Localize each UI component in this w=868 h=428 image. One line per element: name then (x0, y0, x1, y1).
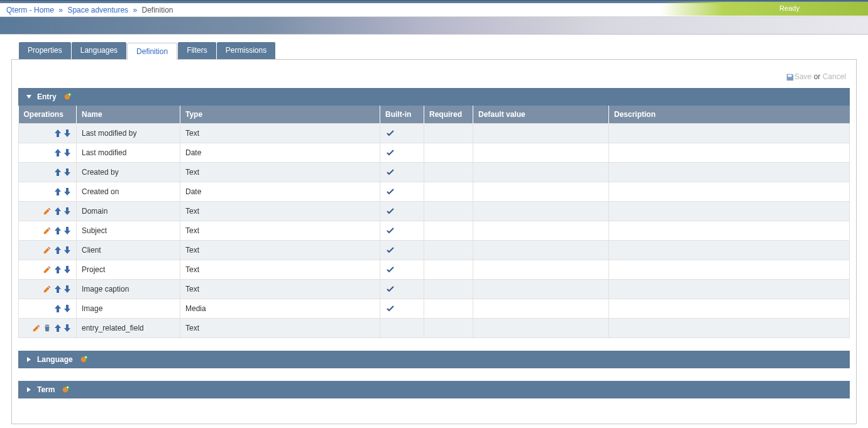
edit-icon[interactable] (43, 285, 52, 294)
cell-required (424, 162, 473, 182)
collapse-icon[interactable] (26, 94, 32, 100)
move-down-icon[interactable] (63, 304, 71, 313)
tab-permissions[interactable]: Permissions (217, 42, 275, 59)
save-button[interactable]: Save (794, 72, 811, 81)
cell-name: Created by (77, 162, 180, 182)
cell-default (473, 318, 609, 337)
breadcrumb-home[interactable]: Qterm - Home (6, 6, 54, 14)
row-operations (19, 318, 77, 337)
check-icon (385, 245, 419, 255)
move-down-icon[interactable] (63, 285, 71, 294)
check-icon (385, 167, 419, 177)
cancel-button[interactable]: Cancel (823, 72, 846, 81)
cell-default (473, 221, 609, 240)
move-up-icon[interactable] (54, 226, 62, 235)
cell-type: Text (180, 240, 380, 260)
edit-icon[interactable] (32, 324, 41, 332)
section-header-language[interactable]: Language (18, 351, 850, 368)
row-operations (19, 201, 77, 221)
move-up-icon[interactable] (54, 304, 62, 313)
cell-description (609, 240, 850, 260)
cell-name: Client (77, 240, 180, 260)
move-down-icon[interactable] (63, 187, 71, 196)
move-down-icon[interactable] (63, 265, 71, 274)
table-row: DomainText (19, 201, 850, 221)
move-up-icon (54, 129, 62, 138)
delete-icon[interactable] (43, 324, 52, 332)
move-up-icon[interactable] (54, 265, 62, 274)
row-operations (19, 240, 77, 260)
move-up-icon[interactable] (54, 207, 62, 216)
table-row: ProjectText (19, 260, 850, 279)
cell-description (609, 143, 850, 162)
edit-icon[interactable] (43, 265, 52, 274)
cell-description (609, 299, 850, 318)
tab-definition[interactable]: Definition (127, 43, 177, 60)
cell-builtin (380, 221, 424, 240)
cell-builtin (380, 201, 424, 221)
action-row: Save or Cancel (18, 66, 850, 88)
table-row: entry_related_fieldText (19, 318, 850, 337)
edit-icon[interactable] (43, 207, 52, 216)
cell-required (424, 201, 473, 221)
breadcrumb-bar: Qterm - Home » Space adventures » Defini… (0, 3, 868, 17)
cell-description (609, 221, 850, 240)
cell-required (424, 123, 473, 143)
cell-default (473, 143, 609, 162)
cell-builtin (380, 143, 424, 162)
col-type: Type (180, 106, 380, 124)
move-down-icon[interactable] (63, 168, 71, 177)
section-header-entry[interactable]: Entry (18, 88, 850, 106)
cell-required (424, 182, 473, 201)
tab-filters[interactable]: Filters (178, 42, 216, 59)
move-up-icon[interactable] (54, 187, 62, 196)
move-up-icon[interactable] (54, 324, 62, 332)
cell-builtin (380, 182, 424, 201)
cell-builtin (380, 260, 424, 279)
tab-languages[interactable]: Languages (72, 42, 126, 59)
move-down-icon[interactable] (63, 129, 71, 138)
edit-icon[interactable] (43, 246, 52, 255)
expand-icon[interactable] (26, 387, 32, 393)
move-up-icon[interactable] (54, 168, 62, 177)
move-down-icon[interactable] (63, 148, 71, 157)
edit-icon[interactable] (43, 226, 52, 235)
cell-type: Text (180, 201, 380, 221)
section-title-term: Term (37, 385, 55, 394)
breadcrumb-parent[interactable]: Space adventures (67, 6, 128, 14)
breadcrumb-sep: » (130, 6, 140, 14)
cell-default (473, 240, 609, 260)
check-icon (385, 226, 419, 236)
add-field-icon[interactable] (79, 355, 88, 364)
add-field-icon[interactable] (61, 385, 70, 394)
row-operations (19, 123, 77, 143)
move-up-icon[interactable] (54, 285, 62, 294)
cell-required (424, 279, 473, 299)
move-up-icon[interactable] (54, 246, 62, 255)
cell-name: Project (77, 260, 180, 279)
tabs: PropertiesLanguagesDefinitionFiltersPerm… (19, 42, 868, 59)
row-operations (19, 299, 77, 318)
move-down-icon[interactable] (63, 246, 71, 255)
tab-properties[interactable]: Properties (19, 42, 71, 59)
cell-name: Last modified by (77, 123, 180, 143)
table-row: Created byText (19, 162, 850, 182)
breadcrumb-current: Definition (142, 6, 173, 14)
save-icon (786, 73, 794, 82)
cell-builtin (380, 162, 424, 182)
add-field-icon[interactable] (63, 92, 72, 101)
cell-type: Text (180, 221, 380, 240)
cell-description (609, 318, 850, 337)
cell-required (424, 240, 473, 260)
cell-default (473, 260, 609, 279)
cell-required (424, 299, 473, 318)
section-header-term[interactable]: Term (18, 381, 850, 398)
move-up-icon[interactable] (54, 148, 62, 157)
move-down-icon[interactable] (63, 226, 71, 235)
row-operations (19, 260, 77, 279)
table-row: ClientText (19, 240, 850, 260)
expand-icon[interactable] (26, 356, 32, 363)
col-required: Required (424, 106, 473, 124)
move-down-icon[interactable] (63, 207, 71, 216)
col-name: Name (77, 106, 180, 124)
